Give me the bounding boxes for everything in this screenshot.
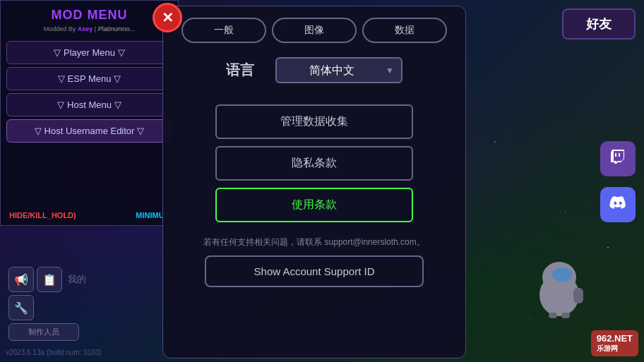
sidebar-footer: HIDE/KILL_HOLD) MINIMUS: [1, 211, 178, 219]
discord-icon: [609, 194, 626, 215]
tab-bar: 一般 图像 数据: [174, 18, 454, 43]
tab-image[interactable]: 图像: [272, 18, 357, 43]
star: [565, 212, 566, 212]
sidebar-header: MOD MENU ⚙: [1, 1, 178, 25]
bottom-left-icons: 📢 📋 我的 🔧 制作人员: [8, 264, 86, 341]
language-label: 语言: [226, 61, 254, 80]
megaphone-icon[interactable]: 📢: [8, 267, 34, 292]
twitch-icon: [609, 148, 626, 169]
tab-general[interactable]: 一般: [181, 18, 266, 43]
sidebar-item-host-username-editor[interactable]: ▽ Host Username Editor ▽: [6, 119, 172, 143]
icon-row-1: 📢 📋 我的: [8, 267, 86, 292]
language-select-wrapper: 简体中文 English 繁體中文 日本語 한국어 Español França…: [275, 57, 402, 83]
star: [607, 247, 609, 248]
hide-kill-hold-button[interactable]: HIDE/KILL_HOLD): [9, 211, 76, 219]
subtitle-name: Axey: [78, 25, 93, 32]
mod-menu-sidebar: MOD MENU ⚙ Modded By Axey | Platinumno..…: [0, 0, 179, 226]
discord-button[interactable]: [600, 187, 636, 222]
settings-dialog: ✕ 一般 图像 数据 语言 简体中文 English 繁體中文 日本語 한국어 …: [162, 6, 466, 358]
clipboard-icon[interactable]: 📋: [37, 267, 62, 292]
svg-rect-4: [549, 313, 557, 318]
close-icon: ✕: [162, 9, 174, 26]
my-label: 我的: [68, 273, 86, 286]
terms-button[interactable]: 使用条款: [215, 188, 413, 222]
watermark-line1: 962.NET: [597, 333, 633, 344]
crew-button[interactable]: 制作人员: [8, 323, 79, 341]
svg-point-2: [552, 267, 572, 282]
svg-rect-3: [573, 288, 583, 303]
icon-row-2: 🔧: [8, 295, 86, 320]
mod-menu-title: MOD MENU: [52, 8, 128, 23]
privacy-button[interactable]: 隐私条款: [215, 146, 413, 181]
tools-icon[interactable]: 🔧: [8, 295, 34, 320]
friend-button[interactable]: 好友: [562, 8, 636, 40]
tab-data[interactable]: 数据: [362, 18, 447, 43]
twitch-button[interactable]: [600, 141, 636, 176]
subtitle-by: Modded By: [44, 25, 78, 32]
manage-data-button[interactable]: 管理数据收集: [215, 104, 413, 139]
svg-rect-5: [561, 313, 570, 318]
watermark: 962.NET 乐游网: [591, 330, 638, 356]
sidebar-subtitle: Modded By Axey | Platinumno...: [1, 25, 178, 38]
show-account-support-id-button[interactable]: Show Account Support ID: [205, 255, 424, 287]
star: [530, 318, 530, 318]
language-row: 语言 简体中文 English 繁體中文 日本語 한국어 Español Fra…: [174, 57, 454, 83]
character: [531, 256, 588, 320]
language-select[interactable]: 简体中文 English 繁體中文 日本語 한국어 Español França…: [275, 57, 402, 83]
star: [494, 141, 496, 143]
watermark-line2: 乐游网: [597, 344, 633, 354]
version-text: v2023.6.13a (build num: 3163): [6, 349, 102, 356]
subtitle-rank: Platinumno...: [98, 25, 136, 32]
sidebar-item-host-menu[interactable]: ▽ Host Menu ▽: [6, 93, 172, 116]
support-text: 若有任何支持相关问题，请联系 support@innersloth.com。: [174, 236, 454, 248]
close-button[interactable]: ✕: [153, 3, 182, 32]
sidebar-item-esp-menu[interactable]: ▽ ESP Menu ▽: [6, 67, 172, 90]
sidebar-item-player-menu[interactable]: ▽ Player Menu ▽: [6, 41, 172, 64]
friend-button-label: 好友: [586, 17, 612, 31]
